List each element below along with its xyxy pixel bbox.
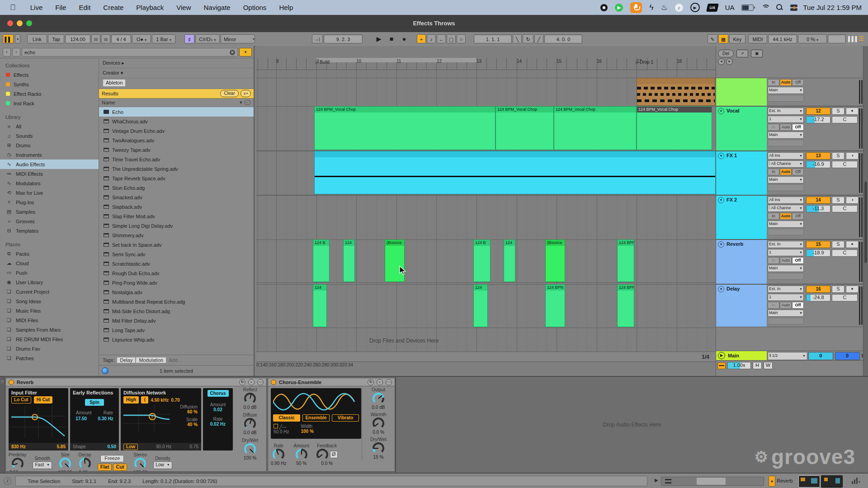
ua-logo-icon[interactable]: UA — [706, 4, 719, 12]
audio-clip[interactable]: 124 — [313, 284, 327, 327]
fold-track-icon[interactable]: ▼ — [718, 197, 724, 203]
punch-in-button[interactable]: ╲ — [513, 34, 522, 43]
sidebar-library-item[interactable]: ◷ Instruments — [0, 150, 99, 160]
audio-clip[interactable]: 124 — [504, 239, 515, 282]
sidebar-place-item[interactable]: ❏ Drums Fav — [0, 344, 99, 353]
tempo-display[interactable]: 124.00 — [65, 34, 90, 43]
monitor-buttons[interactable]: InAutoOff — [768, 302, 804, 309]
arrangement-area[interactable]: 89101112131415161718 ▷Build ▷Drop 1 124 … — [256, 46, 716, 376]
result-item[interactable]: TwoAnalogues.adv — [99, 136, 254, 145]
apple-menu-icon[interactable]:  — [10, 3, 16, 12]
audio-clip[interactable]: 124 BPM_Vocal Chop — [495, 106, 554, 150]
result-item[interactable]: Vintage Drum Echo.adv — [99, 126, 254, 136]
main-track-header[interactable]: ▶Main ‖ 1/2▼ 0 0 ‖ — [716, 351, 863, 361]
volume-slider[interactable]: -24.8 — [806, 294, 830, 301]
zoom-width-button[interactable]: W — [764, 362, 773, 369]
loop-switch-secondary[interactable]: ○ — [457, 34, 466, 43]
sidebar-place-item[interactable]: ⧉ Packs — [0, 249, 99, 258]
sidebar-place-item[interactable]: ❏ MIDI Files — [0, 315, 99, 325]
result-item[interactable]: Ping Pong Wide.adv — [99, 278, 254, 287]
track-color-name[interactable]: ▼ Reverb — [716, 240, 767, 284]
cue-volume[interactable]: 0 — [808, 352, 833, 360]
arm-button[interactable]: ● — [846, 108, 859, 115]
scale-name-menu[interactable]: Minor▾ — [221, 34, 255, 43]
grid-quantize-label[interactable]: 1/4 — [702, 354, 709, 360]
panel-resize-handle[interactable] — [0, 377, 5, 473]
sidebar-library-item[interactable]: ∿ Audio Effects — [0, 160, 99, 169]
track-color-name[interactable] — [716, 78, 767, 106]
monitor-buttons[interactable]: InAutoOff — [768, 213, 804, 220]
arrangement-locator[interactable]: ▷Build — [316, 60, 330, 65]
status-play-icon[interactable]: ▶ — [655, 478, 658, 483]
notification-bell-icon[interactable]: ♪ — [675, 4, 683, 12]
density-menu[interactable]: Density Low▼ — [153, 456, 172, 469]
sidebar-place-item[interactable]: ❏ Song Ideas — [0, 296, 99, 306]
search-input[interactable]: echo ✕ — [22, 48, 238, 56]
loop-length-display[interactable]: 4. 0. 0 — [544, 34, 582, 43]
result-item[interactable]: The Unpredictable Spring.adv — [99, 164, 254, 174]
sidebar-library-item[interactable]: ▤ Samples — [0, 207, 99, 216]
pan-control[interactable]: C — [832, 294, 858, 301]
link-button[interactable]: Link — [27, 34, 47, 43]
fold-track-icon[interactable]: ▼ — [718, 241, 724, 248]
result-item[interactable]: Nostalgia.adv — [99, 287, 254, 297]
overdub-button[interactable]: + — [417, 34, 426, 43]
sidebar-collection-item[interactable]: Effects — [0, 70, 99, 80]
clear-filters-button[interactable]: Clear — [220, 90, 239, 97]
capture-midi-button[interactable]: ♪ — [427, 34, 436, 43]
spotlight-search-icon[interactable] — [776, 4, 783, 11]
track-color-name[interactable]: ▼ Vocal — [716, 107, 767, 150]
audio-clip[interactable] — [314, 151, 716, 194]
hp-freq[interactable]: 50.0 Hz — [274, 429, 289, 434]
tap-tempo-button[interactable]: Tap — [48, 34, 64, 43]
results-column-header[interactable]: Name ▼ ⋯ — [99, 99, 254, 107]
low-shelf-button[interactable]: Low — [123, 444, 138, 450]
result-item[interactable]: Multiband Beat Repeat Echo.adg — [99, 297, 254, 306]
filter-q[interactable]: 5.85 — [57, 444, 66, 449]
result-item[interactable]: Slap Filter Mod.adv — [99, 211, 254, 221]
session-view-toggle[interactable]: ▌▌▌ — [848, 34, 855, 43]
audio-clip[interactable]: 124 B — [473, 239, 491, 282]
tag-chip[interactable]: Delay — [117, 357, 136, 363]
input-channel-menu[interactable]: ⁞ All Channe▼ — [768, 160, 804, 168]
track-number-badge[interactable]: 13 — [806, 152, 830, 160]
smooth-menu[interactable]: Smooth Fast▼ — [33, 456, 52, 469]
back-to-arrangement-button[interactable]: ← — [437, 34, 446, 43]
audio-clip[interactable] — [637, 78, 715, 106]
sidebar-library-item[interactable]: ⊞ Drums — [0, 141, 99, 150]
horizontal-scrollbar[interactable] — [661, 477, 764, 486]
play-main-icon[interactable]: ▶ — [718, 352, 725, 359]
arm-button[interactable]: ● — [846, 286, 859, 293]
time-signature-display[interactable]: 4 / 4 — [111, 34, 131, 43]
filter-devices-row[interactable]: Devices ▸ — [99, 58, 254, 68]
pan-control[interactable]: C — [832, 116, 858, 123]
key-root-menu[interactable]: C#/D♭▾ — [195, 34, 220, 43]
ensemble-tab[interactable]: Ensemble — [302, 414, 330, 422]
collections-header[interactable]: Collections — [0, 61, 99, 70]
audio-clip[interactable]: 124 — [343, 239, 355, 282]
audio-clip[interactable]: (Bounce — [545, 239, 565, 282]
spin-button[interactable]: Spin — [85, 399, 104, 406]
link-tracks-icon[interactable]: ↗ — [736, 50, 748, 57]
filter-button[interactable]: ▾ — [239, 48, 252, 56]
sidebar-library-item[interactable]: ♫ Sounds — [0, 131, 99, 141]
main-volume[interactable]: 0 — [835, 352, 860, 360]
pause-update-button[interactable]: ▌▌ — [3, 34, 14, 43]
track-number-badge[interactable]: 14 — [806, 197, 830, 204]
draw-mode-button[interactable]: ✎ — [708, 34, 717, 43]
fold-track-icon[interactable]: ▼ — [718, 286, 724, 292]
ua-menu-label[interactable]: UA — [725, 4, 735, 11]
classic-tab[interactable]: Classic — [273, 414, 300, 422]
lo-cut-button[interactable]: Lo Cut — [11, 396, 31, 404]
output-routing-menu[interactable]: Main▼ — [768, 131, 804, 139]
result-item[interactable]: Mid Filter Delay.adv — [99, 316, 254, 325]
result-item[interactable]: Stun Echo.adg — [99, 183, 254, 192]
key-map-button[interactable]: Key — [729, 34, 745, 43]
menu-item[interactable]: Options — [243, 4, 267, 11]
fold-track-icon[interactable]: ▼ — [718, 108, 724, 114]
scale-mode-button[interactable]: ♯ — [184, 34, 194, 43]
shelf-curve-icon[interactable]: ⟨ — [141, 396, 148, 404]
width-value[interactable]: 100 % — [301, 429, 313, 434]
hp-enable-checkbox[interactable] — [274, 424, 278, 428]
column-options-icon[interactable]: ⋯ — [244, 100, 251, 105]
